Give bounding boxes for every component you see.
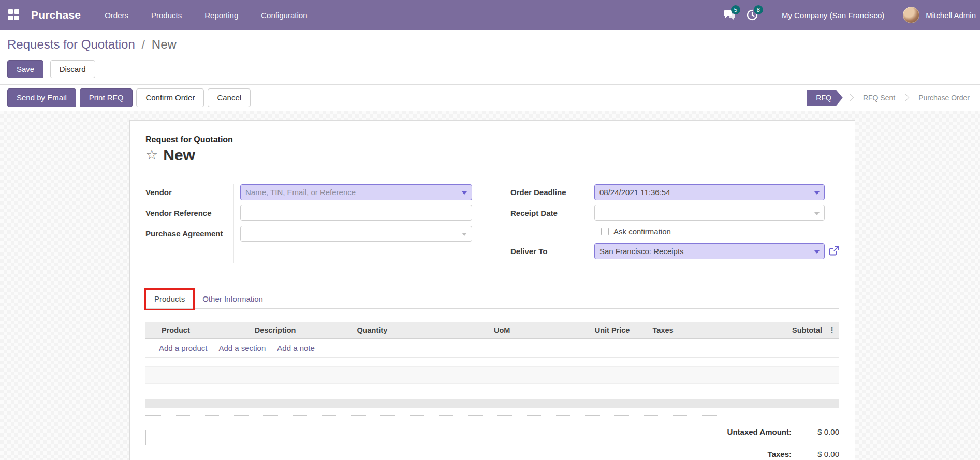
deliver-to-field[interactable] xyxy=(594,243,825,259)
apps-grid-icon[interactable] xyxy=(8,9,20,21)
form-sheet: Request for Quotation ☆ New Vendor Vendo… xyxy=(129,120,855,460)
send-by-email-button[interactable]: Send by Email xyxy=(7,88,76,107)
document-type-label: Request for Quotation xyxy=(145,135,839,144)
taxes-row: Taxes: $ 0.00 xyxy=(721,450,839,458)
chevron-down-icon[interactable] xyxy=(814,250,820,254)
navbar-menu: Orders Products Reporting Configuration xyxy=(105,11,307,20)
action-bar: Send by Email Print RFQ Confirm Order Ca… xyxy=(0,84,980,110)
optional-columns-icon[interactable]: ⋮ xyxy=(825,325,839,335)
breadcrumb-current: New xyxy=(152,37,177,51)
table-scrollbar-track[interactable] xyxy=(145,399,839,408)
untaxed-amount-label: Untaxed Amount: xyxy=(727,427,792,436)
app-title[interactable]: Purchase xyxy=(31,9,81,21)
control-panel: Requests for Quotation / New Save Discar… xyxy=(0,30,980,84)
order-deadline-label: Order Deadline xyxy=(510,188,566,197)
deliver-to-label: Deliver To xyxy=(510,247,547,256)
document-title: New xyxy=(163,146,195,164)
receipt-date-input[interactable] xyxy=(595,205,824,220)
deliver-to-input[interactable] xyxy=(595,244,824,259)
purchase-agreement-field[interactable] xyxy=(240,226,472,242)
purchase-agreement-label: Purchase Agreement xyxy=(145,229,223,238)
order-lines-table: Product Description Quantity UoM Unit Pr… xyxy=(145,322,839,358)
col-subtotal[interactable]: Subtotal xyxy=(742,326,825,334)
messages-icon[interactable]: 5 xyxy=(721,6,738,24)
avatar[interactable] xyxy=(903,7,919,23)
breadcrumb-separator: / xyxy=(141,37,145,51)
breadcrumb: Requests for Quotation / New xyxy=(7,37,973,52)
vendor-reference-label: Vendor Reference xyxy=(145,209,212,217)
ask-confirmation-checkbox[interactable] xyxy=(601,228,609,235)
vendor-reference-input[interactable] xyxy=(241,205,472,220)
navbar-right: 5 8 My Company (San Francisco) Mitchell … xyxy=(721,6,976,24)
form-background: Request for Quotation ☆ New Vendor Vendo… xyxy=(0,111,980,460)
add-a-note-link[interactable]: Add a note xyxy=(277,344,315,352)
title-row: ☆ New xyxy=(145,146,839,164)
chevron-down-icon[interactable] xyxy=(462,233,467,236)
col-product[interactable]: Product xyxy=(159,326,252,334)
terms-notes-textarea[interactable] xyxy=(145,415,721,460)
cancel-button[interactable]: Cancel xyxy=(208,88,251,107)
vendor-label: Vendor xyxy=(145,188,172,197)
notebook-tabs: Products Other Information xyxy=(145,287,839,309)
table-add-row: Add a product Add a section Add a note xyxy=(145,339,839,358)
tab-products[interactable]: Products xyxy=(145,289,194,308)
bottom-area: Untaxed Amount: $ 0.00 Taxes: $ 0.00 xyxy=(145,415,839,460)
discard-button[interactable]: Discard xyxy=(50,60,95,78)
receipt-date-field[interactable] xyxy=(594,205,825,221)
order-deadline-field[interactable] xyxy=(594,184,825,200)
favorite-star-icon[interactable]: ☆ xyxy=(145,148,158,162)
vendor-input[interactable] xyxy=(241,185,472,200)
empty-band xyxy=(145,366,839,384)
top-navbar: Purchase Orders Products Reporting Confi… xyxy=(0,0,980,30)
tab-other-information[interactable]: Other Information xyxy=(194,289,272,308)
col-uom[interactable]: UoM xyxy=(491,326,592,334)
order-deadline-input[interactable] xyxy=(595,185,824,200)
col-description[interactable]: Description xyxy=(252,326,355,334)
menu-orders[interactable]: Orders xyxy=(105,11,128,20)
totals-block: Untaxed Amount: $ 0.00 Taxes: $ 0.00 xyxy=(721,415,839,460)
activities-badge: 8 xyxy=(754,5,763,14)
company-switcher[interactable]: My Company (San Francisco) xyxy=(782,11,884,20)
breadcrumb-parent-link[interactable]: Requests for Quotation xyxy=(7,37,135,51)
confirm-order-button[interactable]: Confirm Order xyxy=(136,88,204,107)
col-quantity[interactable]: Quantity xyxy=(354,326,421,334)
status-step-rfq[interactable]: RFQ xyxy=(807,90,843,106)
vendor-field[interactable] xyxy=(240,184,472,200)
field-groups: Vendor Vendor Reference Purchase Agreeme… xyxy=(145,184,839,263)
col-unit-price[interactable]: Unit Price xyxy=(592,326,650,334)
col-taxes[interactable]: Taxes xyxy=(650,326,742,334)
external-link-icon[interactable] xyxy=(829,246,839,256)
menu-configuration[interactable]: Configuration xyxy=(261,11,307,20)
chevron-right-icon xyxy=(846,94,854,102)
save-button[interactable]: Save xyxy=(7,60,43,78)
save-discard-row: Save Discard xyxy=(7,60,973,84)
ask-confirmation-label: Ask confirmation xyxy=(613,227,671,236)
chevron-down-icon[interactable] xyxy=(462,191,467,195)
chevron-down-icon[interactable] xyxy=(814,212,820,215)
statusbar: RFQ RFQ Sent Purchase Order xyxy=(807,90,973,106)
field-group-left: Vendor Vendor Reference Purchase Agreeme… xyxy=(145,184,492,263)
field-group-right: Order Deadline Receipt Date Deliver To xyxy=(492,184,839,263)
menu-reporting[interactable]: Reporting xyxy=(204,11,238,20)
untaxed-amount-value: $ 0.00 xyxy=(792,427,839,436)
activities-icon[interactable]: 8 xyxy=(743,6,761,24)
chevron-down-icon[interactable] xyxy=(814,191,820,195)
taxes-label: Taxes: xyxy=(768,450,792,458)
messages-badge: 5 xyxy=(731,5,740,14)
receipt-date-label: Receipt Date xyxy=(510,209,558,217)
add-a-section-link[interactable]: Add a section xyxy=(218,344,266,352)
untaxed-amount-row: Untaxed Amount: $ 0.00 xyxy=(721,427,839,436)
status-step-rfq-sent[interactable]: RFQ Sent xyxy=(860,94,898,102)
user-menu[interactable]: Mitchell Admin xyxy=(926,11,976,20)
table-header-row: Product Description Quantity UoM Unit Pr… xyxy=(145,322,839,339)
ask-confirmation-row: Ask confirmation xyxy=(594,225,839,239)
chevron-right-icon xyxy=(901,94,910,102)
print-rfq-button[interactable]: Print RFQ xyxy=(80,88,133,107)
add-a-product-link[interactable]: Add a product xyxy=(159,344,207,352)
status-step-purchase-order[interactable]: Purchase Order xyxy=(915,94,973,102)
vendor-reference-field[interactable] xyxy=(240,205,472,221)
menu-products[interactable]: Products xyxy=(151,11,182,20)
taxes-value: $ 0.00 xyxy=(792,450,839,458)
purchase-agreement-input[interactable] xyxy=(241,226,472,241)
